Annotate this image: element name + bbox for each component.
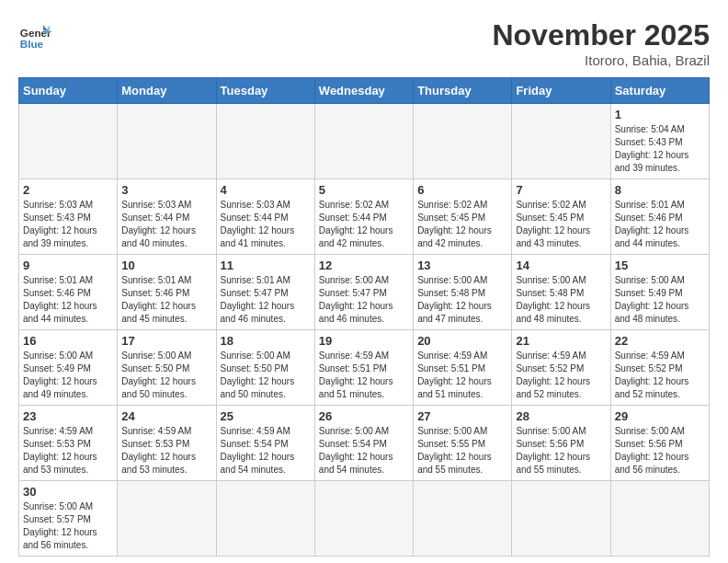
calendar-cell: 22Sunrise: 4:59 AMSunset: 5:52 PMDayligh… <box>610 330 709 406</box>
calendar-cell: 4Sunrise: 5:03 AMSunset: 5:44 PMDaylight… <box>216 179 314 255</box>
calendar-cell: 21Sunrise: 4:59 AMSunset: 5:52 PMDayligh… <box>512 330 610 406</box>
calendar-cell <box>314 104 413 179</box>
calendar-week-3: 9Sunrise: 5:01 AMSunset: 5:46 PMDaylight… <box>19 255 710 330</box>
header-sunday: Sunday <box>19 78 118 104</box>
month-title: November 2025 <box>492 18 710 52</box>
header-row: SundayMondayTuesdayWednesdayThursdayFrid… <box>19 78 710 104</box>
day-info: Sunrise: 5:00 AMSunset: 5:48 PMDaylight:… <box>516 274 606 326</box>
calendar-header: SundayMondayTuesdayWednesdayThursdayFrid… <box>19 78 710 104</box>
calendar-cell: 6Sunrise: 5:02 AMSunset: 5:45 PMDaylight… <box>414 179 512 255</box>
day-info: Sunrise: 4:59 AMSunset: 5:53 PMDaylight:… <box>23 425 113 477</box>
day-info: Sunrise: 4:59 AMSunset: 5:52 PMDaylight:… <box>516 350 606 401</box>
calendar-cell: 17Sunrise: 5:00 AMSunset: 5:50 PMDayligh… <box>118 330 216 406</box>
calendar-cell: 29Sunrise: 5:00 AMSunset: 5:56 PMDayligh… <box>610 406 709 481</box>
calendar-cell <box>512 481 610 557</box>
day-number: 29 <box>615 409 705 423</box>
title-block: November 2025 Itororo, Bahia, Brazil <box>492 18 710 68</box>
day-info: Sunrise: 5:04 AMSunset: 5:43 PMDaylight:… <box>615 123 705 175</box>
day-info: Sunrise: 5:03 AMSunset: 5:43 PMDaylight:… <box>23 199 113 250</box>
calendar-cell <box>314 481 413 557</box>
day-number: 2 <box>23 183 113 197</box>
calendar-week-1: 1Sunrise: 5:04 AMSunset: 5:43 PMDaylight… <box>19 104 710 179</box>
day-info: Sunrise: 5:02 AMSunset: 5:44 PMDaylight:… <box>319 199 409 250</box>
day-number: 6 <box>417 183 507 197</box>
day-number: 8 <box>615 183 705 197</box>
day-info: Sunrise: 5:00 AMSunset: 5:48 PMDaylight:… <box>417 274 507 326</box>
day-number: 4 <box>221 183 311 197</box>
day-info: Sunrise: 5:00 AMSunset: 5:54 PMDaylight:… <box>319 425 409 477</box>
day-info: Sunrise: 5:02 AMSunset: 5:45 PMDaylight:… <box>417 199 507 250</box>
calendar-cell <box>414 481 512 557</box>
calendar-cell: 30Sunrise: 5:00 AMSunset: 5:57 PMDayligh… <box>19 481 118 557</box>
calendar-cell <box>19 104 118 179</box>
calendar-cell <box>216 104 314 179</box>
calendar-cell: 11Sunrise: 5:01 AMSunset: 5:47 PMDayligh… <box>216 255 314 330</box>
calendar-cell: 1Sunrise: 5:04 AMSunset: 5:43 PMDaylight… <box>610 104 709 179</box>
day-info: Sunrise: 5:00 AMSunset: 5:47 PMDaylight:… <box>319 274 409 326</box>
day-info: Sunrise: 5:00 AMSunset: 5:55 PMDaylight:… <box>417 425 507 477</box>
day-number: 14 <box>516 259 606 272</box>
day-number: 18 <box>221 334 311 348</box>
day-number: 3 <box>121 183 211 197</box>
calendar-cell <box>414 104 512 179</box>
day-info: Sunrise: 5:00 AMSunset: 5:50 PMDaylight:… <box>221 350 311 401</box>
day-info: Sunrise: 4:59 AMSunset: 5:52 PMDaylight:… <box>615 350 705 401</box>
calendar-cell: 26Sunrise: 5:00 AMSunset: 5:54 PMDayligh… <box>314 406 413 481</box>
day-info: Sunrise: 4:59 AMSunset: 5:51 PMDaylight:… <box>417 350 507 401</box>
calendar-table: SundayMondayTuesdayWednesdayThursdayFrid… <box>18 77 710 557</box>
day-number: 15 <box>615 259 705 272</box>
calendar-week-2: 2Sunrise: 5:03 AMSunset: 5:43 PMDaylight… <box>19 179 710 255</box>
calendar-cell: 24Sunrise: 4:59 AMSunset: 5:53 PMDayligh… <box>118 406 216 481</box>
day-number: 26 <box>319 409 409 423</box>
calendar-cell: 27Sunrise: 5:00 AMSunset: 5:55 PMDayligh… <box>414 406 512 481</box>
day-number: 11 <box>221 259 311 272</box>
calendar-week-5: 23Sunrise: 4:59 AMSunset: 5:53 PMDayligh… <box>19 406 710 481</box>
day-number: 19 <box>319 334 409 348</box>
header-monday: Monday <box>118 78 216 104</box>
day-number: 30 <box>23 485 113 499</box>
calendar-body: 1Sunrise: 5:04 AMSunset: 5:43 PMDaylight… <box>19 104 710 557</box>
calendar-cell: 8Sunrise: 5:01 AMSunset: 5:46 PMDaylight… <box>610 179 709 255</box>
calendar-cell <box>610 481 709 557</box>
calendar-cell: 12Sunrise: 5:00 AMSunset: 5:47 PMDayligh… <box>314 255 413 330</box>
day-info: Sunrise: 4:59 AMSunset: 5:51 PMDaylight:… <box>319 350 409 401</box>
day-number: 1 <box>615 108 705 121</box>
calendar-cell <box>118 104 216 179</box>
calendar-cell: 20Sunrise: 4:59 AMSunset: 5:51 PMDayligh… <box>414 330 512 406</box>
calendar-cell: 9Sunrise: 5:01 AMSunset: 5:46 PMDaylight… <box>19 255 118 330</box>
day-info: Sunrise: 5:00 AMSunset: 5:49 PMDaylight:… <box>23 350 113 401</box>
day-info: Sunrise: 5:01 AMSunset: 5:46 PMDaylight:… <box>23 274 113 326</box>
calendar-cell: 19Sunrise: 4:59 AMSunset: 5:51 PMDayligh… <box>314 330 413 406</box>
calendar-cell: 25Sunrise: 4:59 AMSunset: 5:54 PMDayligh… <box>216 406 314 481</box>
day-info: Sunrise: 5:00 AMSunset: 5:50 PMDaylight:… <box>121 350 211 401</box>
calendar-week-4: 16Sunrise: 5:00 AMSunset: 5:49 PMDayligh… <box>19 330 710 406</box>
page-header: General Blue November 2025 Itororo, Bahi… <box>18 18 710 68</box>
svg-text:Blue: Blue <box>20 38 44 50</box>
day-info: Sunrise: 4:59 AMSunset: 5:53 PMDaylight:… <box>121 425 211 477</box>
calendar-cell: 16Sunrise: 5:00 AMSunset: 5:49 PMDayligh… <box>19 330 118 406</box>
header-friday: Friday <box>512 78 610 104</box>
day-number: 16 <box>23 334 113 348</box>
day-number: 12 <box>319 259 409 272</box>
day-number: 23 <box>23 409 113 423</box>
day-info: Sunrise: 4:59 AMSunset: 5:54 PMDaylight:… <box>221 425 311 477</box>
calendar-cell: 13Sunrise: 5:00 AMSunset: 5:48 PMDayligh… <box>414 255 512 330</box>
day-number: 10 <box>121 259 211 272</box>
logo-icon: General Blue <box>18 18 51 52</box>
day-info: Sunrise: 5:01 AMSunset: 5:46 PMDaylight:… <box>121 274 211 326</box>
day-number: 22 <box>615 334 705 348</box>
day-number: 9 <box>23 259 113 272</box>
day-info: Sunrise: 5:01 AMSunset: 5:46 PMDaylight:… <box>615 199 705 250</box>
header-tuesday: Tuesday <box>216 78 314 104</box>
calendar-cell: 15Sunrise: 5:00 AMSunset: 5:49 PMDayligh… <box>610 255 709 330</box>
day-number: 13 <box>417 259 507 272</box>
day-number: 25 <box>221 409 311 423</box>
location: Itororo, Bahia, Brazil <box>492 52 710 68</box>
header-saturday: Saturday <box>610 78 709 104</box>
calendar-cell <box>118 481 216 557</box>
day-number: 17 <box>121 334 211 348</box>
logo: General Blue <box>18 18 51 52</box>
day-number: 28 <box>516 409 606 423</box>
day-number: 21 <box>516 334 606 348</box>
header-wednesday: Wednesday <box>314 78 413 104</box>
